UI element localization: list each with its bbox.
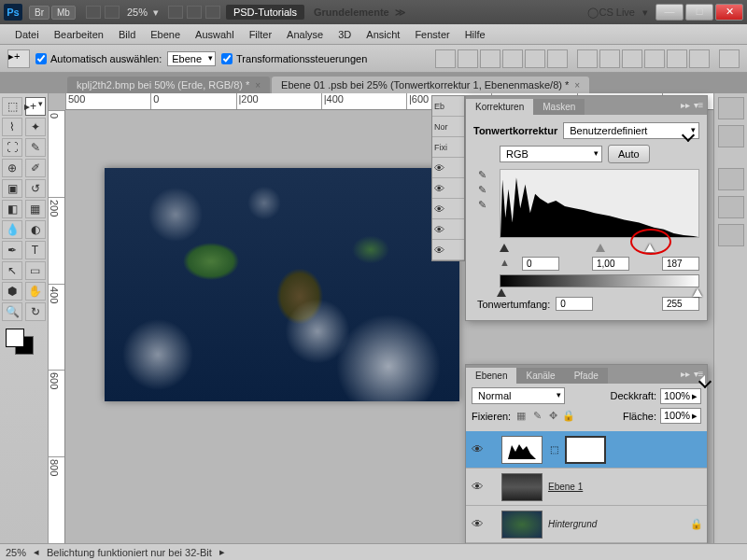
eye-icon[interactable]: 👁 [434, 183, 447, 194]
fill-input[interactable]: 100%▸ [660, 408, 701, 424]
visibility-icon[interactable]: 👁 [470, 517, 485, 531]
hand-icon[interactable] [168, 6, 183, 19]
chevron-down-icon[interactable]: ▾ [153, 7, 159, 19]
output-white-input[interactable]: 255 [662, 297, 699, 311]
path-select-tool[interactable]: ↖ [2, 261, 22, 280]
doc-tab-0[interactable]: kplj2th2.bmp bei 50% (Erde, RGB/8) * × [67, 77, 270, 93]
bridge-button[interactable]: Br [29, 6, 49, 20]
eye-icon[interactable]: 👁 [434, 203, 447, 215]
zoom-tool[interactable]: 🔍 [2, 302, 22, 321]
status-next-icon[interactable]: ▸ [219, 546, 225, 558]
opacity-input[interactable]: 100%▸ [660, 388, 701, 404]
align-left-icon[interactable] [502, 49, 523, 68]
pen-tool[interactable]: ✒ [2, 241, 22, 259]
workspace-tag[interactable]: PSD-Tutorials [226, 5, 304, 20]
layer-thumb[interactable] [501, 511, 543, 539]
close-tab-icon[interactable]: × [255, 80, 261, 91]
levels-thumb-icon[interactable] [501, 436, 543, 464]
screen-mode-icon[interactable] [205, 6, 220, 19]
visibility-icon[interactable]: 👁 [470, 480, 485, 494]
dist-right-icon[interactable] [689, 49, 710, 68]
view-grid-icon[interactable] [105, 6, 120, 19]
chevron-right-icon[interactable]: ≫ [395, 7, 406, 19]
menu-datei[interactable]: Datei [7, 27, 47, 42]
white-point-slider[interactable] [645, 244, 655, 252]
panel-menu-icon[interactable]: ▾≡ [692, 100, 705, 113]
fg-color-swatch[interactable] [6, 329, 24, 347]
brush-tool[interactable]: ✐ [25, 159, 46, 177]
align-right-icon[interactable] [547, 49, 568, 68]
menu-bearbeiten[interactable]: Bearbeiten [47, 27, 111, 42]
history-brush-tool[interactable]: ↺ [25, 179, 46, 198]
cslive-button[interactable]: CS Live [599, 7, 635, 18]
blend-mode-dropdown[interactable]: Normal [472, 387, 565, 404]
tab-pfade[interactable]: Pfade [565, 368, 608, 384]
tab-ebenen[interactable]: Ebenen [466, 368, 516, 384]
3d-tool[interactable]: ⬢ [2, 282, 22, 301]
dodge-tool[interactable]: ◐ [25, 220, 46, 239]
close-tab-icon[interactable]: × [574, 80, 580, 91]
eraser-tool[interactable]: ◧ [2, 200, 22, 218]
tab-korrekturen[interactable]: Korrekturen [466, 99, 533, 115]
minimize-button[interactable]: — [655, 4, 684, 21]
layer-row[interactable]: 👁 Ebene 1 [466, 469, 707, 506]
black-input[interactable]: 0 [522, 257, 559, 271]
eyedropper-gray-icon[interactable]: ✎ [473, 184, 490, 197]
align-hmid-icon[interactable] [525, 49, 545, 68]
menu-hilfe[interactable]: Hilfe [458, 27, 493, 42]
eyedropper-tool[interactable]: ✎ [25, 138, 46, 157]
menu-bild[interactable]: Bild [111, 27, 143, 42]
auto-select-dropdown[interactable]: Ebene [167, 51, 216, 66]
stamp-tool[interactable]: ▣ [2, 179, 22, 198]
output-black-input[interactable]: 0 [556, 297, 593, 311]
link-icon[interactable]: ⬚ [548, 444, 559, 455]
crop-panel-icon[interactable] [718, 168, 744, 190]
visibility-icon[interactable]: 👁 [470, 442, 485, 456]
menu-analyse[interactable]: Analyse [279, 27, 331, 42]
crop-tool[interactable]: ⛶ [2, 138, 22, 157]
lasso-tool[interactable]: ⌇ [2, 118, 22, 136]
dist-hmid-icon[interactable] [667, 49, 687, 68]
black-point-slider[interactable] [500, 244, 509, 252]
eye-icon[interactable]: 👁 [434, 162, 447, 174]
collapse-icon[interactable]: ▸▸ [679, 369, 692, 382]
lock-transparent-icon[interactable]: ▦ [514, 410, 528, 423]
blur-tool[interactable]: 💧 [2, 220, 22, 239]
styles-panel-icon[interactable] [718, 125, 744, 147]
layer-thumb[interactable] [501, 473, 543, 501]
view-extras-icon[interactable] [86, 6, 101, 19]
tab-masken[interactable]: Masken [533, 99, 585, 115]
marquee-tool[interactable]: ⬚ [2, 97, 22, 116]
minibridge-button[interactable]: Mb [51, 6, 76, 20]
auto-button[interactable]: Auto [608, 145, 650, 163]
transform-checkbox[interactable] [221, 53, 233, 64]
collapsed-tab[interactable]: Eb [432, 96, 464, 117]
histogram-icon[interactable]: ▲ [500, 257, 516, 271]
workspace-subtitle[interactable]: Grundelemente [314, 7, 389, 18]
shape-tool[interactable]: ▭ [25, 261, 46, 280]
lock-position-icon[interactable]: ✥ [546, 410, 559, 423]
align-top-icon[interactable] [435, 49, 456, 68]
clone-panel-icon[interactable] [718, 224, 744, 246]
menu-auswahl[interactable]: Auswahl [188, 27, 242, 42]
lock-pixels-icon[interactable]: ✎ [530, 410, 543, 423]
auto-align-icon[interactable] [719, 49, 740, 68]
gradient-tool[interactable]: ▦ [25, 200, 46, 218]
preset-dropdown[interactable]: Benutzerdefiniert [563, 122, 699, 139]
document-canvas[interactable] [105, 168, 459, 401]
menu-3d[interactable]: 3D [331, 27, 359, 42]
maximize-button[interactable]: □ [685, 4, 713, 21]
dist-top-icon[interactable] [577, 49, 598, 68]
arrange-icon[interactable] [187, 6, 202, 19]
eye-icon[interactable]: 👁 [434, 224, 447, 235]
eyedropper-white-icon[interactable]: ✎ [473, 199, 490, 212]
color-swatches[interactable] [2, 329, 46, 358]
output-white-slider[interactable] [693, 288, 702, 297]
ruler-vertical[interactable]: 0200400600800 [49, 110, 65, 543]
eye-icon[interactable]: 👁 [434, 245, 447, 256]
heal-tool[interactable]: ⊕ [2, 159, 22, 177]
dist-bottom-icon[interactable] [622, 49, 642, 68]
align-vmid-icon[interactable] [458, 49, 478, 68]
collapse-icon[interactable]: ▸▸ [679, 100, 692, 113]
rotate-tool[interactable]: ↻ [25, 302, 46, 321]
